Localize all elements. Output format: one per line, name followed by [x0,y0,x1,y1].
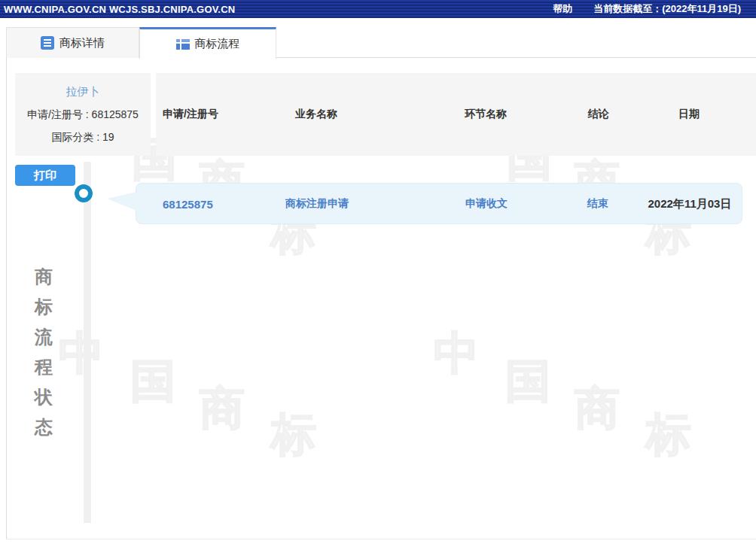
header-conclusion: 结论 [562,108,634,121]
flow-table-header: 申请/注册号 业务名称 环节名称 结论 日期 [156,73,756,156]
side-title-char: 商 [35,268,53,286]
data-cutoff-label: 当前数据截至：(2022年11月19日) [593,2,741,16]
side-title-char: 态 [35,418,53,436]
watermark-glyph: 中 [434,331,479,376]
side-title-flow-status: 商 标 流 程 状 态 [30,268,57,436]
site-domains: WWW.CNIPA.GOV.CN WCJS.SBJ.CNIPA.GOV.CN [4,4,235,15]
side-title-char: 状 [35,388,53,406]
side-title-char: 程 [35,358,53,376]
row-step: 申请收文 [434,197,539,211]
row-reg-no: 68125875 [163,197,261,210]
trademark-intl-class: 国际分类 : 19 [51,131,114,144]
watermark-glyph: 中 [59,331,104,376]
cnipa-trademark-flow-page: WWW.CNIPA.GOV.CN WCJS.SBJ.CNIPA.GOV.CN 帮… [0,0,756,550]
side-title-char: 标 [35,298,53,316]
print-button[interactable]: 打印 [15,165,75,186]
list-icon [176,38,190,51]
watermark-glyph: 标 [646,412,691,457]
bubble-pointer [107,192,136,211]
tab-trademark-flow[interactable]: 商标流程 [139,27,276,59]
header-step: 环节名称 [433,108,538,121]
flow-row: 68125875 商标注册申请 申请收文 结束 2022年11月03日 [136,183,742,224]
timeline-track [84,162,91,523]
content-bottom-border [6,539,756,539]
row-date: 2022年11月03日 [645,196,735,211]
watermark-glyph: 商 [200,386,245,431]
topbar: WWW.CNIPA.GOV.CN WCJS.SBJ.CNIPA.GOV.CN 帮… [0,0,756,18]
row-conclusion: 结束 [562,197,633,211]
header-business: 业务名称 [264,108,369,121]
watermark-glyph: 国 [505,359,550,404]
content-left-border [6,58,7,539]
tab-details-label: 商标详情 [59,36,105,50]
help-link[interactable]: 帮助 [553,2,572,16]
trademark-info-panel: 拉伊卜 申请/注册号 : 68125875 国际分类 : 19 [15,73,151,156]
trademark-name: 拉伊卜 [66,85,100,99]
watermark-glyph: 标 [271,412,316,457]
tab-bar: 商标详情 商标流程 [6,27,756,58]
row-business: 商标注册申请 [264,197,370,211]
watermark-glyph: 国 [130,359,175,404]
document-icon [41,36,54,50]
watermark-glyph: 商 [575,386,620,431]
header-date: 日期 [644,108,734,121]
trademark-reg-no: 申请/注册号 : 68125875 [27,108,139,122]
tab-trademark-details[interactable]: 商标详情 [6,27,139,58]
timeline-node [75,184,93,202]
side-title-char: 流 [35,328,53,346]
header-reg-no: 申请/注册号 [163,108,261,121]
tab-flow-label: 商标流程 [195,37,240,51]
